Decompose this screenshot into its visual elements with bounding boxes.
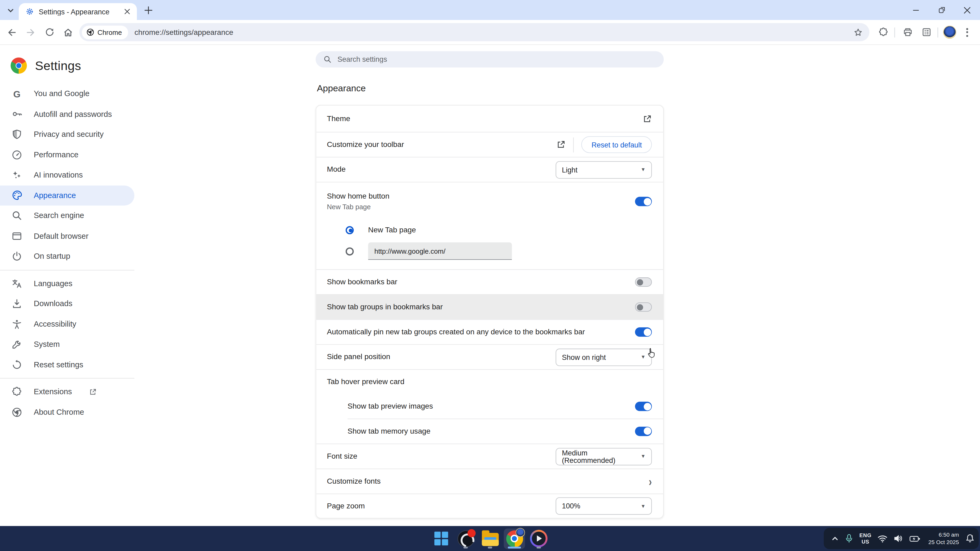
ntp-radio[interactable] [346, 226, 354, 234]
browser-tab[interactable]: Settings - Appearance [19, 3, 137, 20]
toolbar-divider [937, 27, 938, 37]
theme-row[interactable]: Theme [317, 106, 663, 132]
taskbar-file-explorer-icon[interactable] [479, 528, 501, 549]
battery-icon[interactable] [910, 535, 921, 543]
clock[interactable]: 6:50 am 25 Oct 2025 [928, 531, 959, 546]
auto-pin-toggle[interactable] [635, 327, 652, 337]
screen: Settings - Appearance [0, 0, 980, 551]
sidebar-item-languages[interactable]: Languages [0, 273, 135, 294]
home-icon[interactable] [59, 24, 77, 41]
sidebar-divider [0, 378, 135, 378]
sidebar-item-about-chrome[interactable]: About Chrome [0, 402, 135, 422]
notification-bell-icon[interactable]: z [966, 534, 975, 543]
tab-search-chevron-icon[interactable] [4, 4, 18, 16]
back-icon[interactable] [3, 24, 21, 41]
obs-icon [457, 530, 474, 547]
tab-close-icon[interactable] [122, 7, 132, 17]
bookmark-star-icon[interactable] [853, 27, 863, 37]
url-text[interactable]: chrome://settings/appearance [135, 28, 853, 37]
reading-list-icon[interactable] [918, 24, 935, 41]
system-tray: ENG US 6:50 am 25 Oct 2025 z [824, 528, 978, 549]
custom-url-radio-row[interactable] [327, 242, 652, 260]
forward-icon[interactable] [22, 24, 40, 41]
page-zoom-row: Page zoom 100% ▼ [317, 494, 663, 518]
taskbar-chrome-icon[interactable] [504, 528, 525, 549]
sidebar-item-downloads[interactable]: Downloads [0, 294, 135, 314]
sidebar-item-accessibility[interactable]: Accessibility [0, 314, 135, 334]
ntp-radio-row[interactable]: New Tab page [327, 221, 652, 239]
settings-sidebar: Settings G You and Google Autofill and p… [0, 45, 135, 526]
sidebar-item-system[interactable]: System [0, 334, 135, 354]
sidebar-item-you-and-google[interactable]: G You and Google [0, 84, 135, 104]
sparkle-icon [11, 169, 23, 181]
start-button[interactable] [431, 528, 452, 549]
custom-url-input[interactable] [368, 243, 512, 260]
sidebar-item-ai-innovations[interactable]: AI innovations [0, 165, 135, 185]
chevron-down-icon: ▼ [641, 167, 646, 173]
sidebar-item-extensions[interactable]: Extensions [0, 382, 135, 402]
page-zoom-select[interactable]: 100% ▼ [555, 497, 652, 515]
omnibox[interactable]: Chrome chrome://settings/appearance [80, 23, 870, 41]
microphone-icon[interactable] [845, 534, 853, 543]
sidebar-item-autofill[interactable]: Autofill and passwords [0, 104, 135, 124]
taskbar-obs-icon[interactable] [455, 528, 476, 549]
show-home-button-group: Show home button New Tab page New Tab pa… [317, 182, 663, 269]
show-tab-memory-usage-row[interactable]: Show tab memory usage [317, 419, 663, 444]
show-bookmarks-bar-row[interactable]: Show bookmarks bar [317, 269, 663, 294]
language-indicator[interactable]: ENG US [859, 532, 871, 545]
window-controls [903, 0, 980, 20]
sidebar-item-performance[interactable]: Performance [0, 144, 135, 165]
sidebar-item-appearance[interactable]: Appearance [0, 185, 135, 205]
show-bookmarks-bar-toggle[interactable] [635, 277, 652, 287]
show-tab-memory-usage-toggle[interactable] [635, 426, 652, 436]
site-chip[interactable]: Chrome [82, 25, 128, 39]
gear-icon [25, 8, 34, 16]
wifi-icon[interactable] [878, 535, 888, 543]
extensions-icon[interactable] [874, 24, 892, 41]
mode-select[interactable]: Light ▼ [555, 161, 652, 178]
show-home-button-toggle[interactable] [635, 197, 652, 206]
browser-window-icon [11, 230, 23, 242]
show-tab-groups-toggle[interactable] [635, 302, 652, 312]
sidebar-item-search-engine[interactable]: Search engine [0, 205, 135, 226]
appearance-card: Theme Customize your toolbar Reset to de… [316, 105, 663, 519]
close-button[interactable] [955, 0, 980, 20]
show-tab-groups-row[interactable]: Show tab groups in bookmarks bar [317, 294, 663, 319]
sidebar-item-default-browser[interactable]: Default browser [0, 226, 135, 246]
show-tab-preview-images-toggle[interactable] [635, 402, 652, 411]
search-settings-input[interactable] [337, 56, 656, 63]
tray-date: 25 Oct 2025 [928, 538, 959, 546]
minimize-button[interactable] [903, 0, 929, 20]
mode-row: Mode Light ▼ [317, 157, 663, 182]
tray-chevron-up-icon[interactable] [831, 535, 838, 541]
new-tab-button[interactable] [141, 4, 155, 16]
sidebar-item-reset-settings[interactable]: Reset settings [0, 354, 135, 375]
google-g-icon: G [11, 87, 23, 100]
accessibility-icon [11, 318, 23, 330]
customize-fonts-row[interactable]: Customize fonts › [317, 468, 663, 494]
print-icon[interactable] [899, 24, 916, 41]
sidebar-item-privacy[interactable]: Privacy and security [0, 124, 135, 144]
chrome-mono-icon [11, 406, 23, 418]
reset-to-default-button[interactable]: Reset to default [582, 136, 652, 153]
side-panel-position-select[interactable]: Show on right ▼ [555, 348, 652, 366]
sidebar-item-on-startup[interactable]: On startup [0, 246, 135, 267]
search-settings[interactable] [316, 51, 663, 67]
power-icon [11, 250, 23, 262]
maximize-button[interactable] [929, 0, 955, 20]
profile-avatar[interactable] [943, 25, 956, 39]
palette-icon [11, 189, 23, 202]
customize-toolbar-row[interactable]: Customize your toolbar Reset to default [317, 132, 663, 157]
profile-badge-icon [515, 527, 525, 537]
font-size-select[interactable]: Medium (Recommended) ▼ [555, 448, 652, 465]
auto-pin-tab-groups-row[interactable]: Automatically pin new tab groups created… [317, 319, 663, 344]
chevron-down-icon: ▼ [641, 354, 646, 360]
tab-title: Settings - Appearance [39, 8, 122, 15]
settings-brand: Settings [0, 45, 135, 75]
menu-kebab-icon[interactable] [959, 28, 975, 37]
reload-icon[interactable] [41, 24, 58, 41]
volume-icon[interactable] [894, 534, 903, 543]
custom-url-radio[interactable] [346, 247, 354, 255]
taskbar-media-player-icon[interactable] [528, 528, 549, 549]
show-tab-preview-images-row[interactable]: Show tab preview images [317, 394, 663, 419]
